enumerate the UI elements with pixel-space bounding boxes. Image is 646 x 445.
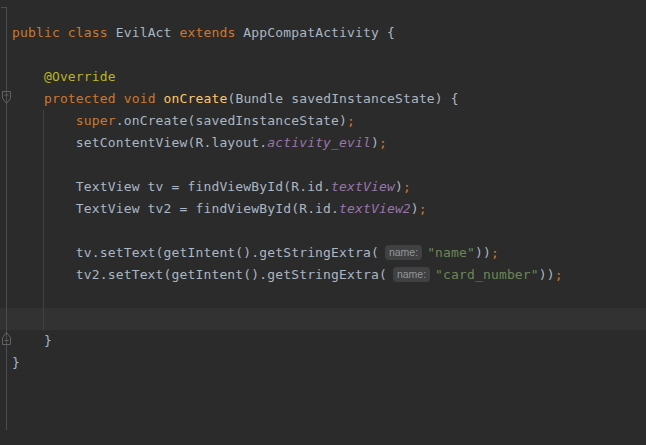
code-token: textView: [331, 179, 395, 194]
indent-guide: [43, 110, 44, 330]
code-token: ;: [491, 245, 499, 260]
code-token: super: [76, 113, 116, 128]
code-token: void: [124, 91, 156, 106]
code-token: TextView tv2 = findViewById(R.id.: [12, 201, 339, 216]
code-line[interactable]: public class EvilAct extends AppCompatAc…: [0, 22, 646, 44]
code-token: }: [12, 355, 20, 370]
code-line-current[interactable]: [0, 308, 646, 330]
code-token: }: [12, 333, 52, 348]
code-line[interactable]: super.onCreate(savedInstanceState);: [0, 110, 646, 132]
code-token: ;: [347, 113, 355, 128]
code-line[interactable]: [0, 286, 646, 308]
code-token: EvilAct: [108, 25, 180, 40]
code-token: onCreate: [164, 91, 228, 106]
code-line[interactable]: tv.setText(getIntent().getStringExtra(na…: [0, 242, 646, 264]
code-token: [116, 91, 124, 106]
code-token: ;: [403, 179, 411, 194]
code-line[interactable]: setContentView(R.layout.activity_evil);: [0, 132, 646, 154]
fold-end-marker[interactable]: [0, 330, 13, 346]
code-token: [60, 25, 68, 40]
code-token: setContentView(R.layout.: [12, 135, 267, 150]
code-token: .onCreate(savedInstanceState): [116, 113, 347, 128]
code-line[interactable]: }: [0, 352, 646, 374]
code-token: public: [12, 25, 60, 40]
code-token: AppCompatActivity {: [235, 25, 395, 40]
code-token: ;: [419, 201, 427, 216]
code-token: [12, 69, 44, 84]
code-line[interactable]: [0, 220, 646, 242]
code-line[interactable]: }: [0, 330, 646, 352]
parameter-name-hint: name:: [393, 267, 430, 282]
code-token: class: [68, 25, 108, 40]
code-token: ): [411, 201, 419, 216]
code-line[interactable]: protected void onCreate(Bundle savedInst…: [0, 88, 646, 110]
code-token: "card_number": [435, 267, 539, 282]
code-editor: public class EvilAct extends AppCompatAc…: [0, 0, 646, 445]
code-token: @Override: [44, 69, 116, 84]
fold-region-line: [6, 7, 7, 430]
code-token: )): [475, 245, 491, 260]
code-area[interactable]: public class EvilAct extends AppCompatAc…: [0, 0, 646, 445]
code-token: )): [539, 267, 555, 282]
code-token: [156, 91, 164, 106]
code-line[interactable]: TextView tv = findViewById(R.id.textView…: [0, 176, 646, 198]
code-token: activity_evil: [267, 135, 371, 150]
code-token: [12, 91, 44, 106]
code-token: protected: [44, 91, 116, 106]
code-token: tv.setText(getIntent().getStringExtra(: [12, 245, 379, 260]
code-line[interactable]: tv2.setText(getIntent().getStringExtra(n…: [0, 264, 646, 286]
code-token: extends: [180, 25, 236, 40]
code-token: ;: [379, 135, 387, 150]
code-token: "name": [427, 245, 475, 260]
fold-region-end-icon: [0, 330, 13, 346]
code-token: tv2.setText(getIntent().getStringExtra(: [12, 267, 387, 282]
code-token: ): [371, 135, 379, 150]
code-line[interactable]: [0, 44, 646, 66]
code-token: textView2: [339, 201, 411, 216]
code-token: ;: [555, 267, 563, 282]
parameter-name-hint: name:: [385, 245, 422, 260]
code-token: TextView tv = findViewById(R.id.: [12, 179, 331, 194]
code-line[interactable]: @Override: [0, 66, 646, 88]
code-line[interactable]: [0, 154, 646, 176]
code-line[interactable]: TextView tv2 = findViewById(R.id.textVie…: [0, 198, 646, 220]
code-token: (Bundle savedInstanceState) {: [227, 91, 458, 106]
code-token: ): [395, 179, 403, 194]
fold-region-start-icon: [0, 90, 13, 106]
fold-start-marker[interactable]: [0, 90, 13, 106]
